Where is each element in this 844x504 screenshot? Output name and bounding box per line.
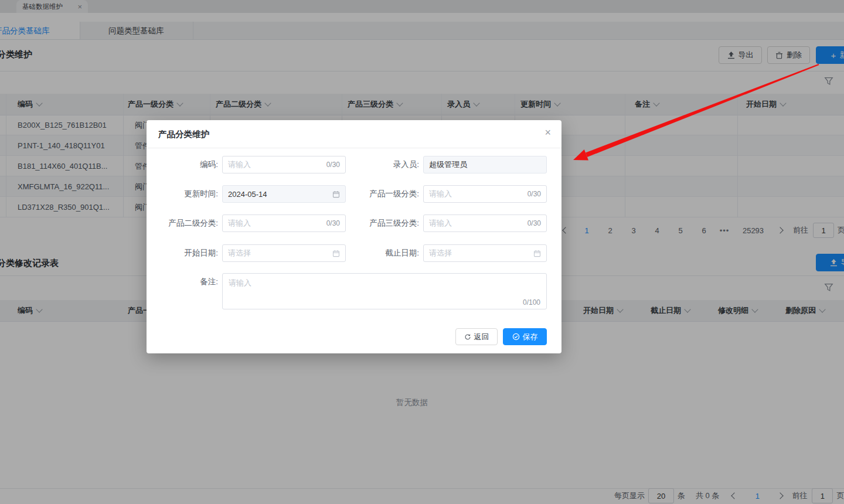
char-counter: 0/100 (523, 298, 540, 307)
update-time-input: 2024-05-14 (222, 185, 346, 203)
app-window: 基础数据维护 × 产品分类基础库 问题类型基础库 分类维护 导出 删除 + 新增 (0, 0, 844, 504)
calendar-icon (332, 250, 340, 257)
back-button[interactable]: 返回 (455, 328, 498, 345)
level3-field-label: 产品三级分类: (350, 214, 419, 232)
check-circle-icon (512, 333, 520, 340)
start-date-input[interactable]: 请选择 (222, 244, 346, 262)
remark-field-label: 备注: (149, 273, 218, 291)
end-date-field-label: 截止日期: (350, 244, 419, 262)
level2-input[interactable]: 请输入 0/30 (222, 214, 346, 232)
back-button-label: 返回 (474, 332, 489, 342)
level3-input[interactable]: 请输入 0/30 (423, 214, 547, 232)
refresh-icon (464, 333, 471, 340)
calendar-icon (533, 250, 541, 257)
close-icon[interactable]: × (544, 127, 551, 139)
code-input[interactable]: 请输入 0/30 (222, 156, 346, 173)
char-counter: 0/30 (326, 161, 340, 169)
end-date-input[interactable]: 请选择 (423, 244, 547, 262)
char-counter: 0/30 (528, 190, 541, 198)
level1-field-label: 产品一级分类: (350, 185, 419, 203)
level1-input[interactable]: 请输入 0/30 (423, 185, 547, 203)
save-button-label: 保存 (523, 332, 538, 342)
product-category-dialog: 产品分类维护 × 编码: 请输入 0/30 录入员: 超级管理员 更新时间: 2… (147, 120, 561, 353)
level2-field-label: 产品二级分类: (149, 214, 218, 232)
recorder-field-label: 录入员: (350, 156, 419, 173)
update-time-field-label: 更新时间: (149, 185, 218, 203)
recorder-input: 超级管理员 (423, 156, 547, 173)
calendar-icon (332, 190, 340, 198)
dialog-title: 产品分类维护 (158, 129, 209, 140)
save-button[interactable]: 保存 (503, 328, 547, 345)
char-counter: 0/30 (326, 219, 340, 227)
remark-textarea[interactable]: 请输入 0/100 (222, 273, 547, 309)
char-counter: 0/30 (528, 219, 541, 227)
start-date-field-label: 开始日期: (149, 244, 218, 262)
code-field-label: 编码: (149, 156, 218, 173)
